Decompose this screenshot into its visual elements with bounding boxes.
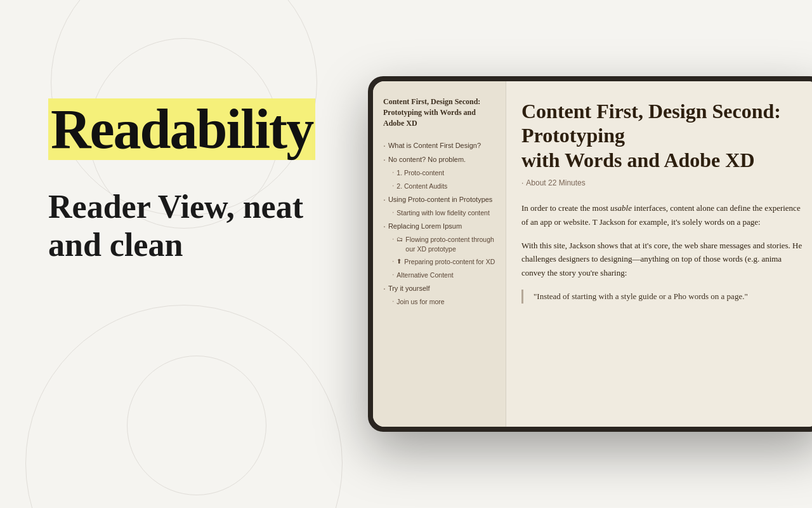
folder-icon: 🗂 bbox=[396, 235, 403, 244]
list-item[interactable]: Using Proto-content in Prototypes bbox=[383, 195, 495, 204]
nav-item-alternative[interactable]: Alternative Content bbox=[383, 271, 495, 280]
article-paragraph-1: In order to create the most usable inter… bbox=[521, 201, 804, 229]
article-blockquote: "Instead of starting with a style guide … bbox=[521, 290, 804, 303]
nav-item-preparing[interactable]: ⬆ Preparing proto-content for XD bbox=[383, 257, 495, 267]
sidebar-title: Content First, Design Second: Prototypin… bbox=[383, 97, 495, 128]
list-item[interactable]: What is Content First Design? bbox=[383, 141, 495, 150]
device-frame: Content First, Design Second: Prototypin… bbox=[368, 76, 812, 432]
list-item[interactable]: Try it yourself bbox=[383, 284, 495, 293]
article-meta: About 22 Minutes bbox=[521, 178, 804, 187]
device-screen: Content First, Design Second: Prototypin… bbox=[373, 81, 812, 427]
list-item[interactable]: 🗂 Flowing proto-content through our XD p… bbox=[383, 235, 495, 253]
upload-icon: ⬆ bbox=[396, 257, 402, 266]
bg-circle-4 bbox=[127, 356, 266, 495]
bg-circle-3 bbox=[25, 305, 343, 508]
article-body: In order to create the most usable inter… bbox=[521, 201, 804, 304]
list-item[interactable]: No content? No problem. bbox=[383, 155, 495, 164]
nav-item-replacing[interactable]: Replacing Lorem Ipsum bbox=[383, 222, 495, 231]
nav-item-low-fidelity[interactable]: Starting with low fidelity content bbox=[383, 208, 495, 218]
article-paragraph-2: With this site, Jackson shows that at it… bbox=[521, 239, 804, 279]
list-item[interactable]: Alternative Content bbox=[383, 271, 495, 280]
nav-item-proto-content[interactable]: 1. Proto-content bbox=[383, 168, 495, 178]
subheadline: Reader View, neat and clean bbox=[48, 188, 353, 264]
nav-item-join-us[interactable]: Join us for more bbox=[383, 297, 495, 307]
nav-item-content-audits[interactable]: 2. Content Audits bbox=[383, 182, 495, 191]
article-title: Content First, Design Second: Prototypin… bbox=[521, 99, 804, 172]
list-item[interactable]: 2. Content Audits bbox=[383, 182, 495, 191]
device-mockup: Content First, Design Second: Prototypin… bbox=[368, 76, 812, 432]
article-main-content: Content First, Design Second: Prototypin… bbox=[506, 81, 812, 427]
headline-wrapper: Readability bbox=[48, 102, 353, 157]
nav-item-using-proto[interactable]: Using Proto-content in Prototypes bbox=[383, 195, 495, 204]
nav-item-no-content[interactable]: No content? No problem. bbox=[383, 155, 495, 164]
list-item[interactable]: Replacing Lorem Ipsum bbox=[383, 222, 495, 231]
nav-item-flowing[interactable]: 🗂 Flowing proto-content through our XD p… bbox=[383, 235, 495, 253]
nav-item-try-it[interactable]: Try it yourself bbox=[383, 284, 495, 293]
article-sidebar: Content First, Design Second: Prototypin… bbox=[373, 81, 506, 427]
list-item[interactable]: Starting with low fidelity content bbox=[383, 208, 495, 218]
subheadline-line1: Reader View, neat bbox=[48, 189, 303, 225]
nav-item-what-is[interactable]: What is Content First Design? bbox=[383, 141, 495, 150]
subheadline-line2: and clean bbox=[48, 227, 183, 263]
headline: Readability bbox=[48, 98, 315, 160]
left-panel: Readability Reader View, neat and clean bbox=[48, 102, 353, 264]
list-item[interactable]: ⬆ Preparing proto-content for XD bbox=[383, 257, 495, 267]
list-item[interactable]: 1. Proto-content bbox=[383, 168, 495, 178]
sidebar-nav: What is Content First Design? No content… bbox=[383, 141, 495, 306]
list-item[interactable]: Join us for more bbox=[383, 297, 495, 307]
